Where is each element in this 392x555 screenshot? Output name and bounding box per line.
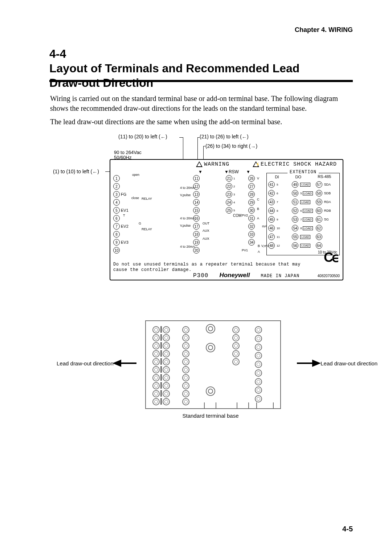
hint-b: B (257, 207, 259, 211)
terminal-block-left (152, 326, 170, 403)
hint-vpulse: V,pulse (180, 224, 191, 227)
screw-terminal-icon (182, 326, 189, 333)
ext-di-head: DI (275, 175, 279, 179)
screw-terminal-icon (182, 350, 189, 357)
leader-21-26-h (197, 137, 200, 138)
terminal-base-diagram: Lead draw-out direction Lead draw-out di… (91, 313, 330, 426)
screw-terminal-icon (152, 342, 160, 349)
chapter-header: Chapter 4. WIRING (295, 26, 353, 34)
arrow-right-icon: → (251, 144, 256, 150)
screw-terminal-icon (163, 374, 170, 381)
load-box: LOAD (300, 200, 310, 204)
terminal-63: 63 (316, 234, 322, 240)
voltage-line1: 90 to 264Vac (114, 150, 142, 155)
shock-text: ELECTRIC SHOCK HAZARD (261, 161, 337, 167)
terminal-plate: ! WARNING ⚡ ELECTRIC SHOCK HAZARD RSW ▼ … (110, 159, 343, 280)
screw-terminal-icon (152, 326, 160, 333)
terminal-42: 42 (268, 190, 275, 197)
code-text: 40820700500 (318, 274, 340, 278)
load-box: LOAD (303, 209, 313, 213)
rsw-label: RSW (224, 169, 239, 174)
screw-terminal-icon (255, 386, 262, 394)
annot-21-26: (21) to (26) to left (←) (200, 134, 249, 139)
terminal-8: 8 (113, 231, 120, 238)
terminal-9: 9 (113, 239, 120, 246)
screw-terminal-icon (152, 358, 160, 365)
screw-terminal-icon (182, 358, 189, 365)
screw-terminal-icon (152, 390, 160, 397)
terminal-13: 13 (193, 191, 200, 198)
arrow-left-icon: ← (92, 169, 97, 175)
terminal-33: 33 (248, 231, 255, 238)
barrier-icon (160, 334, 162, 341)
terminal-17: 17 (193, 223, 200, 230)
screw-terminal-icon (182, 342, 189, 349)
screw-terminal-icon (255, 352, 262, 359)
terminal-base-caption: Standard terminal base (91, 413, 330, 419)
terminal-49: 49 (292, 181, 298, 188)
screw-terminal-icon (152, 350, 160, 357)
barrier-icon (160, 366, 162, 373)
terminal-7: 7 (113, 223, 120, 230)
terminal-1: 1 (113, 175, 120, 182)
annot-1-10: (1) to (10) to left (←) (53, 169, 99, 174)
terminal-block-mid (182, 326, 189, 403)
terminal-48: 48 (268, 242, 275, 249)
hint-com: COM (233, 214, 241, 218)
terminal-30: 30 (248, 207, 255, 214)
terminal-4: 4 (113, 199, 120, 206)
barrier-icon (160, 382, 162, 389)
screw-terminal-icon (255, 369, 262, 377)
screw-terminal-icon (152, 334, 160, 341)
screw-terminal-icon (182, 398, 189, 405)
hint-vpulse: V,pulse (180, 193, 191, 197)
clip-icon (237, 402, 249, 409)
leader-26-34 (203, 146, 204, 159)
section-number: 4-4 (49, 46, 77, 61)
terminal-27: 27 (248, 183, 255, 190)
barrier-icon (160, 390, 162, 397)
mount-hole-icon (206, 386, 215, 396)
terminal-60: 60 (316, 207, 322, 214)
terminal-56: 56 (292, 242, 298, 249)
hint-v: V (257, 177, 259, 180)
warning-triangle-icon: ! (196, 161, 203, 167)
terminal-side-label: FG (121, 192, 126, 197)
screw-terminal-icon (182, 390, 189, 397)
terminal-59: 59 (316, 199, 322, 205)
screw-terminal-icon (255, 326, 262, 333)
screw-terminal-icon (163, 358, 170, 365)
terminal-14: 14 (193, 199, 200, 206)
hint-aux: AUX (203, 229, 209, 232)
leader-26-34-h (203, 146, 205, 146)
screw-terminal-icon (163, 398, 170, 405)
hint-g: G (139, 222, 141, 225)
caret-down-icon: ▼ (246, 169, 250, 174)
screw-terminal-icon (163, 334, 170, 341)
terminal-55: 55 (292, 234, 298, 240)
terminal-11: 11 (193, 175, 200, 182)
paragraph-2: The lead draw-out directions are the sam… (50, 117, 353, 127)
screw-terminal-icon (163, 350, 170, 357)
terminal-45: 45 (268, 216, 275, 223)
terminal-64: 64 (316, 242, 322, 249)
load-box: LOAD (303, 218, 313, 222)
terminal-3: 3 (113, 191, 120, 198)
annot-1-10-text: (1) to (10) to left ( (53, 169, 92, 174)
barrier-icon (160, 374, 162, 381)
section-rule (49, 80, 353, 82)
load-box: LOAD (300, 235, 310, 239)
terminal-58: 58 (316, 190, 322, 197)
hint-relay: RELAY (142, 197, 152, 200)
hint-420: 4 to 20mA (180, 216, 195, 220)
hint-close: close (131, 196, 139, 200)
terminal-34: 34 (248, 239, 255, 246)
screw-terminal-icon (232, 358, 240, 365)
terminal-32: 32 (248, 223, 255, 230)
extension-grid: 41549LOAD57SDA426505LOAD58SDB43751LOAD59… (268, 181, 338, 254)
terminal-25: 25 (226, 207, 232, 214)
annot-21-26-text: (21) to (26) to left ( (200, 134, 242, 139)
terminal-41: 41 (268, 181, 275, 188)
caret-down-icon: ▼ (198, 169, 203, 174)
screw-terminal-icon (232, 334, 240, 341)
